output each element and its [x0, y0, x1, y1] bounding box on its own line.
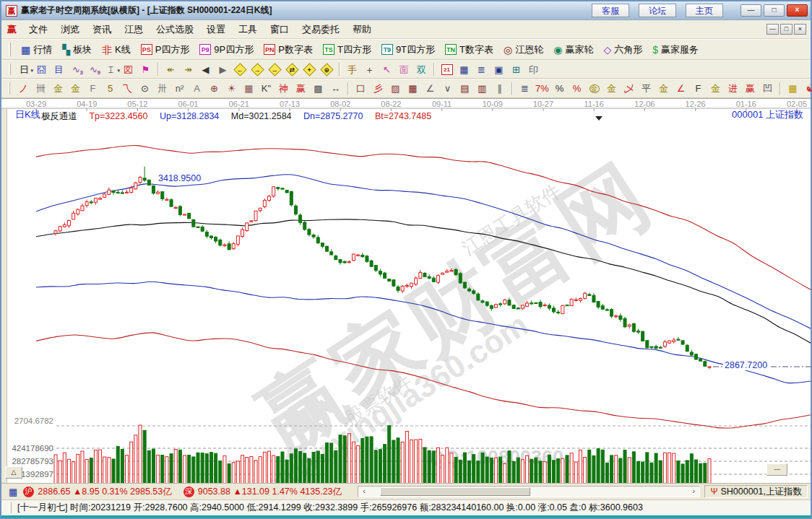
yellow-grid-icon[interactable]: ▦ — [785, 82, 801, 96]
p-number-table-button[interactable]: PNP数字表 — [259, 42, 318, 58]
v-angle-icon[interactable]: ∠ — [673, 82, 689, 96]
grid-b-icon[interactable]: ▥ — [474, 82, 491, 96]
calendar-icon[interactable]: 21 — [439, 62, 455, 77]
gold-grid-2-icon[interactable]: 金 — [67, 82, 84, 96]
close-button[interactable]: × — [787, 4, 808, 17]
region-view-icon[interactable]: 囧 — [33, 62, 50, 77]
prev-page-icon[interactable]: ◀ — [197, 62, 214, 77]
scrollbar-thumb[interactable] — [380, 487, 530, 496]
hexagon-button[interactable]: ◇六角形 — [598, 42, 647, 58]
expand-pane-button[interactable]: △ — [5, 466, 22, 479]
box-net-icon[interactable]: ▦ — [405, 82, 421, 96]
period-day-button[interactable]: 日 — [16, 62, 33, 77]
hand-tool-icon[interactable]: 手 — [344, 62, 360, 77]
menu-item-0[interactable]: 文件 — [22, 22, 54, 36]
five-grid-icon[interactable]: 5 — [102, 82, 118, 96]
gann-wheel-button[interactable]: ◎江恩轮 — [498, 42, 548, 58]
shift-left-icon[interactable]: ← — [232, 62, 249, 77]
forum-button[interactable]: 论坛 — [639, 4, 676, 17]
menu-item-5[interactable]: 设置 — [200, 22, 232, 36]
group-tool-icon[interactable]: 双 — [413, 62, 430, 77]
restore-button[interactable]: □ — [764, 4, 785, 17]
mask-tool-icon[interactable]: 面 — [396, 62, 413, 77]
gold-grid-1-icon[interactable]: 金 — [50, 82, 66, 96]
sectors-button[interactable]: ▚板块 — [57, 42, 97, 58]
notepad-icon[interactable]: ≣ — [473, 62, 490, 77]
scroll-right-arrow[interactable]: › — [688, 487, 699, 497]
brush-tool-icon[interactable]: 乁 — [119, 82, 136, 96]
scroll-left-arrow[interactable]: ‹ — [358, 487, 370, 497]
quote-grid-icon[interactable]: ▦ — [9, 487, 17, 497]
width-measure-icon[interactable]: ↔ — [327, 82, 344, 96]
ping-lines-icon[interactable]: 平 — [638, 82, 655, 96]
box-rays-icon[interactable]: ▨ — [387, 82, 404, 96]
pen-tool-icon[interactable]: ノ — [15, 82, 32, 96]
expand-all-icon[interactable]: ⊕ — [319, 62, 335, 77]
f-grid-icon[interactable]: F — [85, 82, 101, 96]
compass-target-icon[interactable]: ⊕ — [206, 82, 223, 96]
mdi-minimize-button[interactable]: — — [766, 24, 779, 35]
menu-item-3[interactable]: 江恩 — [118, 22, 150, 36]
menu-item-7[interactable]: 窗口 — [264, 22, 295, 36]
chart3-icon[interactable]: ∿3 — [68, 62, 85, 77]
gold-circle-icon[interactable]: 金 — [586, 82, 602, 96]
chart-area[interactable]: 赢家财富网 www.yingjia360.com QQ:100800360 赢家… — [1, 98, 811, 483]
minimize-button[interactable]: — — [740, 4, 761, 17]
yinyang-icon[interactable]: ☯ — [802, 82, 812, 96]
price-ladder-icon[interactable]: ≣ — [517, 82, 533, 96]
grid-box-icon[interactable]: ▦ — [241, 82, 257, 96]
dense-grid-icon[interactable]: ▩ — [310, 82, 327, 96]
ying-angle-icon[interactable]: 赢 — [742, 82, 759, 96]
shen-grid-icon[interactable]: 神 — [275, 82, 292, 96]
last-page-icon[interactable]: ↠ — [180, 62, 196, 77]
print-icon[interactable]: 印 — [525, 62, 542, 77]
gold-angle-icon[interactable]: 金 — [707, 82, 724, 96]
kline-canvas[interactable]: 03-2904-1905-1206-0106-2107-1308-0208-22… — [1, 99, 811, 483]
t9-square-button[interactable]: T99T四方形 — [376, 42, 440, 58]
p-square-button[interactable]: PSP四方形 — [136, 42, 195, 58]
next-page-icon[interactable]: ▶ — [215, 62, 231, 77]
p9-square-button[interactable]: P99P四方形 — [194, 42, 259, 58]
mdi-restore-button[interactable]: □ — [780, 24, 792, 35]
save-icon[interactable]: ▣ — [491, 62, 507, 77]
toolbar-grip[interactable] — [9, 82, 10, 95]
calculator-icon[interactable]: ▦ — [456, 62, 472, 77]
cycle-circle-icon[interactable]: ⊙ — [137, 82, 153, 96]
kline-button[interactable]: 非K线 — [97, 42, 136, 58]
parallel-lines-icon[interactable]: ∥ — [491, 82, 508, 96]
chart9-icon[interactable]: ∿9 — [85, 62, 102, 77]
menu-item-1[interactable]: 浏览 — [54, 22, 86, 36]
customer-service-button[interactable]: 客服 — [592, 4, 629, 17]
pointer-tool-icon[interactable]: ↖ — [379, 62, 395, 77]
menu-item-6[interactable]: 工具 — [232, 22, 264, 36]
a-angle-icon[interactable]: A — [189, 82, 205, 96]
expand-h-icon[interactable]: ↔ — [267, 62, 283, 77]
winner-wheel-button[interactable]: ◉赢家轮 — [548, 42, 598, 58]
concave-icon[interactable]: 凹 — [759, 82, 776, 96]
toolbar-grip[interactable] — [9, 64, 11, 76]
t-square-button[interactable]: TST四方形 — [318, 42, 376, 58]
star-tool-icon[interactable]: ☀ — [223, 82, 240, 96]
collapse-pane-button[interactable]: — — [766, 463, 787, 476]
menu-item-4[interactable]: 公式选股 — [150, 22, 200, 36]
compress-h-icon[interactable]: ⇄ — [284, 62, 301, 77]
f-angle-icon[interactable]: F — [690, 82, 707, 96]
seven-pct-icon[interactable]: 7% — [534, 82, 550, 96]
pct-line-icon[interactable]: % — [569, 82, 585, 96]
box-tool-icon[interactable]: 口 — [353, 82, 369, 96]
first-page-icon[interactable]: ↞ — [163, 62, 179, 77]
menu-item-2[interactable]: 资讯 — [86, 22, 118, 36]
kline-period-tab[interactable]: 日K线 — [15, 108, 40, 121]
figure-icon[interactable]: 図 — [120, 62, 137, 77]
grid-a-icon[interactable]: ▤ — [457, 82, 473, 96]
toolbar-grip[interactable] — [9, 43, 11, 56]
menu-item-9[interactable]: 帮助 — [346, 22, 378, 36]
shift-right-icon[interactable]: → — [249, 62, 266, 77]
ying-grid-icon[interactable]: 赢 — [293, 82, 309, 96]
memo-icon[interactable]: 目 — [51, 62, 67, 77]
jin-angle-icon[interactable]: 进 — [725, 82, 741, 96]
colorful-chart-icon[interactable]: ⚑ — [137, 62, 154, 77]
fan-rays-icon[interactable]: 彡 — [370, 82, 386, 96]
n-square-icon[interactable]: n² — [171, 82, 188, 96]
gold-line-icon[interactable]: 金 — [603, 82, 620, 96]
